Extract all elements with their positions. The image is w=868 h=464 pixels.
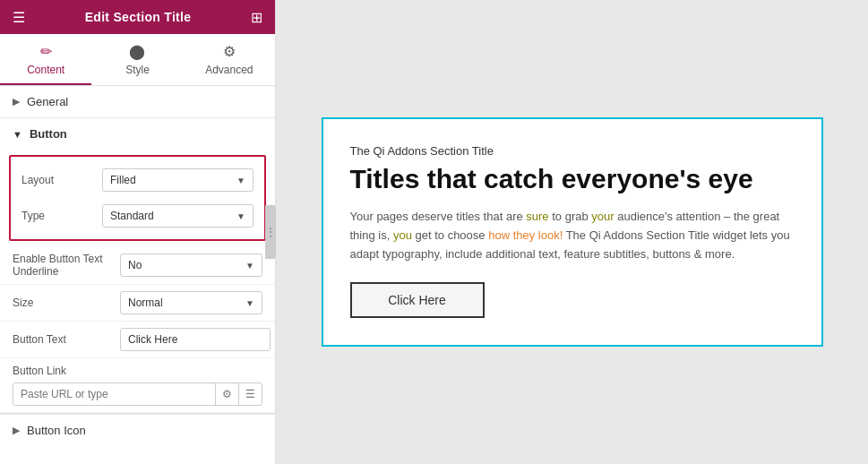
size-chevron-icon: ▼ xyxy=(245,298,254,308)
link-external-icon[interactable]: ☰ xyxy=(238,383,262,405)
button-link-section: Button Link ⚙ ☰ xyxy=(0,358,275,413)
button-arrow-icon: ▼ xyxy=(13,129,22,140)
size-value: Normal xyxy=(128,296,163,309)
preview-card: The Qi Addons Section Title Titles that … xyxy=(322,117,823,346)
tab-content-label: Content xyxy=(27,64,64,76)
drag-handle[interactable]: ⋮ xyxy=(265,205,276,259)
button-text-row: Button Text ☰ xyxy=(0,322,275,358)
tab-style[interactable]: ⬤ Style xyxy=(91,34,183,85)
preview-click-here-button[interactable]: Click Here xyxy=(350,282,485,318)
main-content: The Qi Addons Section Title Titles that … xyxy=(276,0,868,464)
button-text-label: Button Text xyxy=(13,333,120,346)
button-section: ▼ Button Layout Filled ▼ Type xyxy=(0,118,275,414)
type-value: Standard xyxy=(110,210,154,222)
sidebar-content: ▶ General ▼ Button Layout Filled ▼ xyxy=(0,86,275,464)
underline-chevron-icon: ▼ xyxy=(245,261,254,271)
underline-value: No xyxy=(128,259,142,271)
layout-value: Filled xyxy=(110,174,136,186)
tab-content[interactable]: ✏ Content xyxy=(0,34,91,85)
content-icon: ✏ xyxy=(40,43,52,60)
body-highlight-4: how they look! xyxy=(488,228,563,242)
body-highlight-3: you xyxy=(393,228,412,242)
tab-style-label: Style xyxy=(125,64,150,76)
type-select[interactable]: Standard ▼ xyxy=(102,204,254,228)
body-text-1: Your pages deserve titles that are xyxy=(350,210,527,223)
size-row: Size Normal ▼ xyxy=(0,285,275,322)
type-chevron-icon: ▼ xyxy=(236,211,245,221)
style-icon: ⬤ xyxy=(129,43,145,60)
body-text-4: get to choose xyxy=(412,228,488,242)
layout-row: Layout Filled ▼ xyxy=(18,162,257,198)
layout-type-box: Layout Filled ▼ Type Standard ▼ xyxy=(9,155,266,241)
underline-select[interactable]: No ▼ xyxy=(120,253,262,277)
underline-row: Enable Button Text Underline No ▼ xyxy=(0,246,275,285)
tab-advanced[interactable]: ⚙ Advanced xyxy=(184,34,275,85)
underline-label: Enable Button Text Underline xyxy=(13,253,120,278)
tab-advanced-label: Advanced xyxy=(205,64,253,76)
type-row: Type Standard ▼ xyxy=(18,198,257,234)
drag-handle-icon: ⋮ xyxy=(264,225,277,239)
button-link-input-row: ⚙ ☰ xyxy=(13,382,262,406)
button-icon-label: Button Icon xyxy=(27,424,86,437)
layout-chevron-icon: ▼ xyxy=(236,176,245,185)
sidebar-title: Edit Section Title xyxy=(85,10,192,24)
button-icon-arrow-icon: ▶ xyxy=(13,425,20,436)
button-section-header[interactable]: ▼ Button xyxy=(0,118,275,150)
advanced-icon: ⚙ xyxy=(223,43,236,60)
general-arrow-icon: ▶ xyxy=(13,96,20,107)
button-link-input[interactable] xyxy=(13,383,215,405)
preview-subtitle: The Qi Addons Section Title xyxy=(350,144,795,158)
general-label: General xyxy=(27,95,68,108)
size-select[interactable]: Normal ▼ xyxy=(120,291,262,314)
type-label: Type xyxy=(21,210,102,222)
link-settings-icon[interactable]: ⚙ xyxy=(215,383,238,405)
size-label: Size xyxy=(13,296,120,309)
body-text-2: to grab xyxy=(549,210,592,223)
button-section-label: Button xyxy=(30,127,67,141)
layout-label: Layout xyxy=(21,174,102,186)
button-icon-section-row[interactable]: ▶ Button Icon xyxy=(0,414,275,446)
preview-title: Titles that catch everyone's eye xyxy=(350,163,795,195)
button-link-label: Button Link xyxy=(13,365,262,377)
preview-body: Your pages deserve titles that are sure … xyxy=(350,208,795,263)
body-highlight-2: your xyxy=(591,210,614,223)
layout-select[interactable]: Filled ▼ xyxy=(102,168,254,192)
grid-icon[interactable]: ⊞ xyxy=(251,9,262,26)
tabs-bar: ✏ Content ⬤ Style ⚙ Advanced xyxy=(0,34,275,86)
general-section-row[interactable]: ▶ General xyxy=(0,86,275,118)
sidebar-header: ☰ Edit Section Title ⊞ xyxy=(0,0,275,34)
hamburger-icon[interactable]: ☰ xyxy=(13,9,25,26)
button-text-input[interactable] xyxy=(120,328,271,351)
body-highlight-1: sure xyxy=(526,210,548,223)
